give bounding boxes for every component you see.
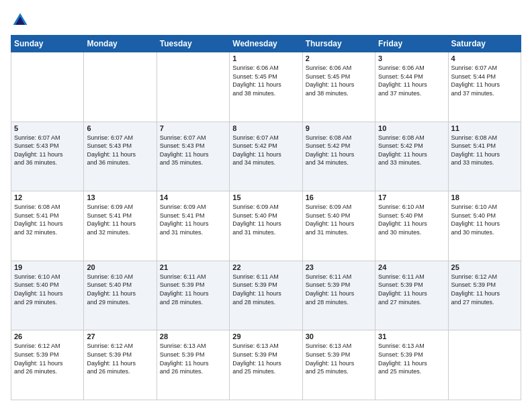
day-number: 3 xyxy=(378,54,445,62)
day-info: Sunrise: 6:06 AM Sunset: 5:45 PM Dayligh… xyxy=(232,64,299,97)
calendar-cell: 3Sunrise: 6:06 AM Sunset: 5:44 PM Daylig… xyxy=(375,52,448,122)
calendar-cell: 28Sunrise: 6:13 AM Sunset: 5:39 PM Dayli… xyxy=(157,330,229,400)
calendar-cell xyxy=(448,330,521,400)
calendar-cell: 19Sunrise: 6:10 AM Sunset: 5:40 PM Dayli… xyxy=(11,261,84,330)
day-info: Sunrise: 6:11 AM Sunset: 5:39 PM Dayligh… xyxy=(306,273,372,306)
calendar-cell: 11Sunrise: 6:08 AM Sunset: 5:41 PM Dayli… xyxy=(448,122,521,191)
day-info: Sunrise: 6:08 AM Sunset: 5:42 PM Dayligh… xyxy=(378,134,445,167)
day-info: Sunrise: 6:13 AM Sunset: 5:39 PM Dayligh… xyxy=(306,342,372,375)
day-info: Sunrise: 6:07 AM Sunset: 5:43 PM Dayligh… xyxy=(160,134,226,167)
day-number: 25 xyxy=(451,263,518,271)
day-number: 14 xyxy=(160,193,226,201)
day-info: Sunrise: 6:07 AM Sunset: 5:42 PM Dayligh… xyxy=(232,134,299,167)
calendar-cell: 27Sunrise: 6:12 AM Sunset: 5:39 PM Dayli… xyxy=(84,330,157,400)
day-number: 19 xyxy=(14,263,81,271)
calendar-cell: 10Sunrise: 6:08 AM Sunset: 5:42 PM Dayli… xyxy=(375,122,448,191)
calendar-cell: 13Sunrise: 6:09 AM Sunset: 5:41 PM Dayli… xyxy=(84,191,157,261)
calendar: SundayMondayTuesdayWednesdayThursdayFrid… xyxy=(11,35,521,400)
calendar-week-3: 19Sunrise: 6:10 AM Sunset: 5:40 PM Dayli… xyxy=(11,261,521,330)
day-info: Sunrise: 6:06 AM Sunset: 5:44 PM Dayligh… xyxy=(378,64,445,97)
day-number: 11 xyxy=(451,124,518,132)
calendar-header-monday: Monday xyxy=(84,36,157,52)
calendar-header-saturday: Saturday xyxy=(448,36,521,52)
day-info: Sunrise: 6:10 AM Sunset: 5:40 PM Dayligh… xyxy=(451,203,518,236)
day-number: 22 xyxy=(232,263,299,271)
calendar-cell: 4Sunrise: 6:07 AM Sunset: 5:44 PM Daylig… xyxy=(448,52,521,122)
calendar-cell: 21Sunrise: 6:11 AM Sunset: 5:39 PM Dayli… xyxy=(157,261,229,330)
day-info: Sunrise: 6:08 AM Sunset: 5:41 PM Dayligh… xyxy=(451,134,518,167)
day-number: 17 xyxy=(378,193,445,201)
day-info: Sunrise: 6:09 AM Sunset: 5:41 PM Dayligh… xyxy=(87,203,153,236)
logo xyxy=(11,11,32,30)
calendar-cell: 16Sunrise: 6:09 AM Sunset: 5:40 PM Dayli… xyxy=(302,191,375,261)
day-number: 27 xyxy=(87,332,153,340)
day-info: Sunrise: 6:12 AM Sunset: 5:39 PM Dayligh… xyxy=(14,342,81,375)
day-number: 8 xyxy=(232,124,299,132)
calendar-header-tuesday: Tuesday xyxy=(157,36,229,52)
day-number: 20 xyxy=(87,263,153,271)
day-info: Sunrise: 6:13 AM Sunset: 5:39 PM Dayligh… xyxy=(160,342,226,375)
day-number: 23 xyxy=(306,263,372,271)
day-info: Sunrise: 6:11 AM Sunset: 5:39 PM Dayligh… xyxy=(160,273,226,306)
day-info: Sunrise: 6:12 AM Sunset: 5:39 PM Dayligh… xyxy=(451,273,518,306)
calendar-week-0: 1Sunrise: 6:06 AM Sunset: 5:45 PM Daylig… xyxy=(11,52,521,122)
day-number: 28 xyxy=(160,332,226,340)
calendar-cell: 14Sunrise: 6:09 AM Sunset: 5:41 PM Dayli… xyxy=(157,191,229,261)
day-number: 21 xyxy=(160,263,226,271)
calendar-cell xyxy=(11,52,84,122)
day-info: Sunrise: 6:07 AM Sunset: 5:44 PM Dayligh… xyxy=(451,64,518,97)
calendar-header-friday: Friday xyxy=(375,36,448,52)
page: SundayMondayTuesdayWednesdayThursdayFrid… xyxy=(0,0,532,411)
calendar-cell: 18Sunrise: 6:10 AM Sunset: 5:40 PM Dayli… xyxy=(448,191,521,261)
calendar-cell: 6Sunrise: 6:07 AM Sunset: 5:43 PM Daylig… xyxy=(84,122,157,191)
day-info: Sunrise: 6:11 AM Sunset: 5:39 PM Dayligh… xyxy=(378,273,445,306)
day-number: 7 xyxy=(160,124,226,132)
calendar-cell xyxy=(84,52,157,122)
logo-icon xyxy=(11,11,30,30)
calendar-header-sunday: Sunday xyxy=(11,36,84,52)
day-info: Sunrise: 6:11 AM Sunset: 5:39 PM Dayligh… xyxy=(232,273,299,306)
calendar-cell: 15Sunrise: 6:09 AM Sunset: 5:40 PM Dayli… xyxy=(230,191,302,261)
calendar-cell: 22Sunrise: 6:11 AM Sunset: 5:39 PM Dayli… xyxy=(230,261,302,330)
calendar-cell: 24Sunrise: 6:11 AM Sunset: 5:39 PM Dayli… xyxy=(375,261,448,330)
day-number: 9 xyxy=(306,124,372,132)
day-number: 18 xyxy=(451,193,518,201)
day-info: Sunrise: 6:13 AM Sunset: 5:39 PM Dayligh… xyxy=(378,342,445,375)
day-number: 2 xyxy=(306,54,372,62)
day-number: 15 xyxy=(232,193,299,201)
calendar-cell: 7Sunrise: 6:07 AM Sunset: 5:43 PM Daylig… xyxy=(157,122,229,191)
calendar-week-2: 12Sunrise: 6:08 AM Sunset: 5:41 PM Dayli… xyxy=(11,191,521,261)
day-number: 16 xyxy=(306,193,372,201)
calendar-week-1: 5Sunrise: 6:07 AM Sunset: 5:43 PM Daylig… xyxy=(11,122,521,191)
day-info: Sunrise: 6:09 AM Sunset: 5:41 PM Dayligh… xyxy=(160,203,226,236)
calendar-cell: 31Sunrise: 6:13 AM Sunset: 5:39 PM Dayli… xyxy=(375,330,448,400)
calendar-cell: 25Sunrise: 6:12 AM Sunset: 5:39 PM Dayli… xyxy=(448,261,521,330)
day-info: Sunrise: 6:10 AM Sunset: 5:40 PM Dayligh… xyxy=(378,203,445,236)
day-number: 13 xyxy=(87,193,153,201)
calendar-week-4: 26Sunrise: 6:12 AM Sunset: 5:39 PM Dayli… xyxy=(11,330,521,400)
day-info: Sunrise: 6:10 AM Sunset: 5:40 PM Dayligh… xyxy=(87,273,153,306)
calendar-cell: 5Sunrise: 6:07 AM Sunset: 5:43 PM Daylig… xyxy=(11,122,84,191)
calendar-cell: 8Sunrise: 6:07 AM Sunset: 5:42 PM Daylig… xyxy=(230,122,302,191)
calendar-header-thursday: Thursday xyxy=(302,36,375,52)
calendar-cell: 20Sunrise: 6:10 AM Sunset: 5:40 PM Dayli… xyxy=(84,261,157,330)
day-number: 24 xyxy=(378,263,445,271)
calendar-cell: 2Sunrise: 6:06 AM Sunset: 5:45 PM Daylig… xyxy=(302,52,375,122)
header xyxy=(11,11,521,30)
day-info: Sunrise: 6:12 AM Sunset: 5:39 PM Dayligh… xyxy=(87,342,153,375)
day-info: Sunrise: 6:06 AM Sunset: 5:45 PM Dayligh… xyxy=(306,64,372,97)
day-info: Sunrise: 6:07 AM Sunset: 5:43 PM Dayligh… xyxy=(14,134,81,167)
day-number: 29 xyxy=(232,332,299,340)
day-info: Sunrise: 6:08 AM Sunset: 5:42 PM Dayligh… xyxy=(306,134,372,167)
calendar-cell: 30Sunrise: 6:13 AM Sunset: 5:39 PM Dayli… xyxy=(302,330,375,400)
day-number: 1 xyxy=(232,54,299,62)
day-info: Sunrise: 6:09 AM Sunset: 5:40 PM Dayligh… xyxy=(306,203,372,236)
day-info: Sunrise: 6:08 AM Sunset: 5:41 PM Dayligh… xyxy=(14,203,81,236)
calendar-cell: 12Sunrise: 6:08 AM Sunset: 5:41 PM Dayli… xyxy=(11,191,84,261)
day-number: 31 xyxy=(378,332,445,340)
day-number: 6 xyxy=(87,124,153,132)
day-number: 5 xyxy=(14,124,81,132)
day-number: 12 xyxy=(14,193,81,201)
day-number: 4 xyxy=(451,54,518,62)
day-number: 30 xyxy=(306,332,372,340)
